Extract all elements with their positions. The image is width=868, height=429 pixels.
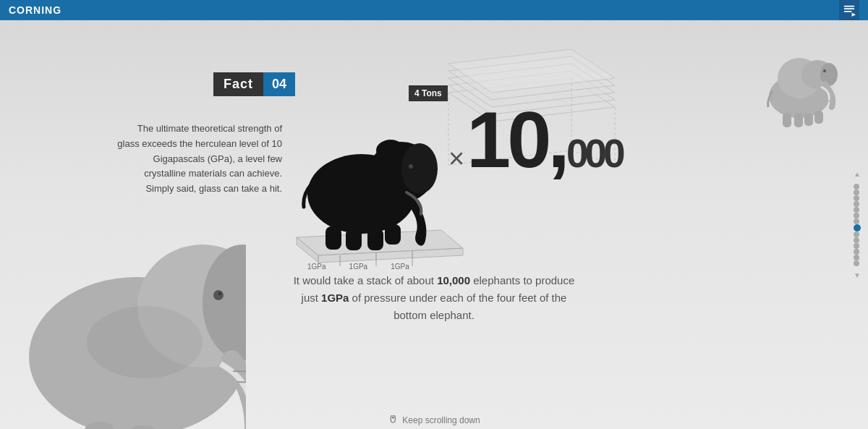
nav-dot-6[interactable]: [854, 218, 859, 224]
fact-label: Fact: [213, 72, 263, 96]
svg-rect-20: [794, 113, 803, 127]
nav-chevron-down[interactable]: ▼: [854, 272, 861, 279]
main-content: Fact 04 4 Tons The ultimate theoretical …: [0, 20, 868, 429]
bottom-desc-line1: It would take a stack of about: [294, 274, 437, 286]
gpa-text-1: 1GPa: [307, 263, 326, 271]
svg-point-23: [823, 69, 826, 72]
svg-rect-1: [844, 8, 854, 9]
gpa-label-2: 1GPa: [349, 263, 368, 271]
fact-number: 04: [263, 72, 295, 96]
nav-dots-list: [854, 184, 861, 266]
svg-point-32: [376, 140, 405, 161]
logo: CORNING: [9, 4, 61, 16]
nav-dot-2[interactable]: [854, 195, 859, 201]
nav-dot-9[interactable]: [854, 237, 859, 243]
big-number-main: 10,: [467, 95, 566, 184]
nav-dot-0[interactable]: [854, 184, 859, 190]
svg-rect-21: [804, 113, 813, 126]
fact-badge: Fact 04: [213, 72, 295, 96]
gpa-text-2: 1GPa: [349, 263, 368, 271]
nav-dot-3[interactable]: [854, 201, 859, 207]
svg-rect-22: [814, 111, 823, 124]
elephant-top-right: [752, 35, 846, 129]
nav-dot-5[interactable]: [854, 213, 859, 218]
svg-rect-30: [385, 224, 401, 245]
nav-dot-7[interactable]: [854, 224, 861, 232]
menu-icon: [843, 4, 856, 17]
nav-dot-4[interactable]: [854, 207, 859, 213]
gpa-label-3: 1GPa: [391, 263, 409, 271]
svg-rect-19: [783, 113, 791, 127]
nav-chevron-up[interactable]: ▲: [854, 171, 861, 178]
svg-point-26: [401, 143, 438, 194]
tons-label: 4 Tons: [414, 88, 442, 98]
svg-rect-28: [346, 229, 362, 250]
svg-rect-2: [844, 11, 852, 12]
menu-button[interactable]: [839, 0, 859, 20]
bottom-desc-line3: of pressure under each of the four feet …: [349, 292, 566, 321]
svg-point-45: [218, 292, 221, 295]
keep-scrolling[interactable]: Keep scrolling down: [388, 415, 480, 425]
svg-rect-0: [844, 6, 854, 7]
bottom-desc-bold2: 1GPa: [321, 292, 349, 304]
nav-dot-12[interactable]: [854, 255, 859, 260]
svg-point-31: [409, 164, 413, 169]
elephant-center-silhouette: [289, 100, 448, 252]
keep-scrolling-label: Keep scrolling down: [402, 415, 480, 425]
tons-badge: 4 Tons: [409, 85, 448, 101]
svg-rect-29: [367, 229, 383, 250]
svg-marker-3: [852, 13, 856, 17]
svg-point-46: [87, 306, 203, 378]
bottom-desc-bold1: 10,000: [437, 274, 470, 286]
svg-rect-27: [326, 226, 341, 250]
multiply-sign: ×: [448, 143, 464, 174]
nav-dot-10[interactable]: [854, 243, 859, 249]
nav-dot-13[interactable]: [854, 260, 859, 266]
multiply-symbol: ×: [448, 143, 464, 174]
big-number-display: 10,000: [467, 100, 622, 179]
header: CORNING: [0, 0, 868, 20]
svg-point-48: [392, 417, 394, 419]
gpa-labels-container: 1GPa 1GPa 1GPa: [307, 263, 409, 271]
gpa-text-3: 1GPa: [391, 263, 409, 271]
nav-dot-8[interactable]: [854, 232, 859, 237]
navigation-dots: ▲ ▼: [854, 171, 861, 279]
svg-point-44: [213, 290, 224, 300]
scroll-icon: [388, 415, 398, 425]
nav-dot-11[interactable]: [854, 249, 859, 255]
big-number-suffix: 000: [566, 131, 622, 176]
bottom-description: It would take a stack of about 10,000 el…: [282, 272, 586, 324]
nav-dot-1[interactable]: [854, 190, 859, 195]
gpa-label-1: 1GPa: [307, 263, 326, 271]
elephant-bottom-left: [0, 176, 246, 429]
